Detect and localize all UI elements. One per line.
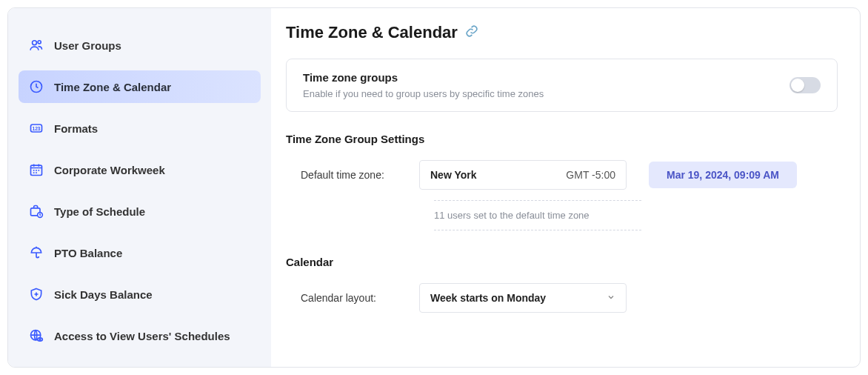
svg-point-0 (33, 41, 37, 45)
globe-eye-icon (29, 328, 44, 343)
default-time-zone-hint: 11 users set to the default time zone (434, 200, 641, 230)
users-icon (29, 38, 44, 53)
toggle-knob (791, 79, 804, 92)
sidebar-item-label: User Groups (54, 39, 121, 52)
sidebar-item-corporate-workweek[interactable]: Corporate Workweek (19, 153, 261, 186)
card-text: Time zone groups Enable if you need to g… (303, 71, 544, 99)
chevron-down-icon (607, 292, 615, 304)
sidebar-item-formats[interactable]: 123 Formats (19, 112, 261, 145)
anchor-link-icon[interactable] (465, 23, 478, 42)
sidebar-item-label: PTO Balance (54, 247, 122, 259)
time-zone-value: New York (430, 169, 477, 181)
sidebar-item-user-groups[interactable]: User Groups (19, 29, 261, 62)
calendar-icon (29, 162, 44, 177)
briefcase-clock-icon (29, 204, 44, 219)
sidebar-item-access-view-schedules[interactable]: Access to View Users' Schedules (19, 319, 261, 352)
time-zone-groups-card: Time zone groups Enable if you need to g… (286, 59, 838, 112)
page-title-text: Time Zone & Calendar (286, 23, 458, 42)
time-zone-groups-toggle[interactable] (789, 77, 821, 93)
sidebar-item-label: Access to View Users' Schedules (54, 330, 230, 342)
default-time-zone-label: Default time zone: (286, 169, 397, 181)
sidebar-item-label: Time Zone & Calendar (54, 81, 171, 93)
current-time-chip: Mar 19, 2024, 09:09 AM (649, 162, 797, 188)
card-title: Time zone groups (303, 71, 544, 84)
sidebar-item-label: Sick Days Balance (54, 288, 153, 301)
default-time-zone-row: Default time zone: New York GMT -5:00 Ma… (286, 160, 838, 190)
settings-app: User Groups Time Zone & Calendar 123 For… (7, 7, 861, 368)
calendar-heading: Calendar (286, 256, 838, 268)
umbrella-icon (29, 245, 44, 260)
svg-point-1 (38, 41, 41, 44)
sidebar-item-pto-balance[interactable]: PTO Balance (19, 236, 261, 269)
formats-icon: 123 (29, 121, 44, 136)
shield-plus-icon (29, 287, 44, 302)
sidebar-item-label: Formats (54, 122, 98, 135)
main-content: Time Zone & Calendar Time zone groups En… (271, 8, 860, 367)
sidebar-item-sick-days-balance[interactable]: Sick Days Balance (19, 278, 261, 311)
calendar-layout-select[interactable]: Week starts on Monday (419, 283, 627, 313)
default-time-zone-select[interactable]: New York GMT -5:00 (419, 160, 627, 190)
svg-text:123: 123 (32, 126, 40, 131)
calendar-layout-row: Calendar layout: Week starts on Monday (286, 283, 838, 313)
sidebar-item-access-schedules-management[interactable]: Access to Schedules Management (19, 361, 261, 368)
tz-settings-heading: Time Zone Group Settings (286, 133, 838, 145)
calendar-layout-label: Calendar layout: (286, 292, 397, 304)
sidebar-item-label: Type of Schedule (54, 205, 145, 218)
clock-icon (29, 79, 44, 94)
settings-sidebar: User Groups Time Zone & Calendar 123 For… (8, 8, 271, 367)
sidebar-item-label: Corporate Workweek (54, 164, 165, 176)
svg-point-10 (39, 339, 41, 340)
time-zone-gmt: GMT -5:00 (566, 169, 615, 181)
card-subtitle: Enable if you need to group users by spe… (303, 88, 544, 99)
sidebar-item-time-zone-calendar[interactable]: Time Zone & Calendar (19, 70, 261, 103)
sidebar-item-type-of-schedule[interactable]: Type of Schedule (19, 195, 261, 228)
calendar-layout-value: Week starts on Monday (430, 292, 546, 304)
page-title: Time Zone & Calendar (286, 23, 838, 42)
